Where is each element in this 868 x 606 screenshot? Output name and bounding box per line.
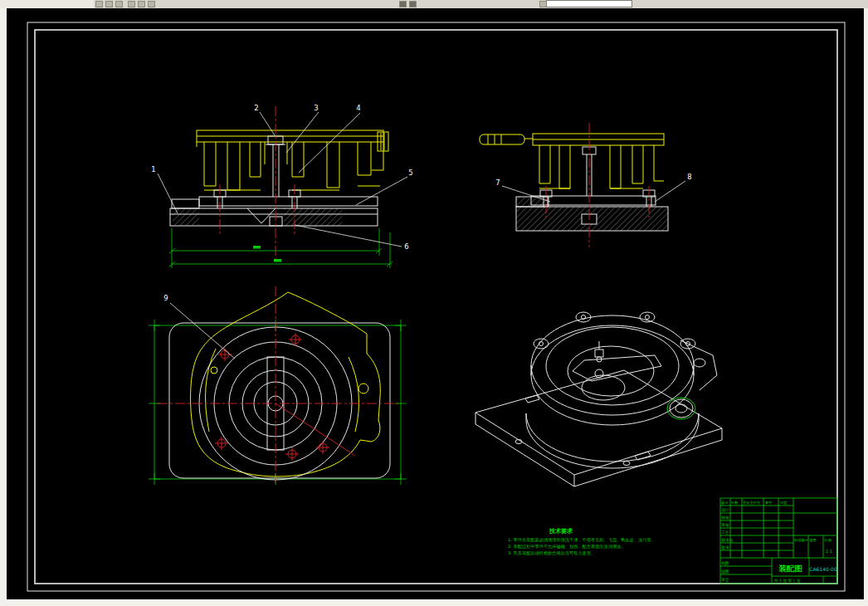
toolbar-icon[interactable]: [95, 1, 103, 7]
callout-7[interactable]: 7: [495, 178, 500, 187]
view-isometric[interactable]: [475, 312, 722, 486]
notes-title: 技术要求: [549, 527, 573, 535]
tb-sign-row: 标准化: [721, 538, 734, 543]
tb-sign-row: 工艺: [722, 530, 730, 535]
view-side-section[interactable]: 7 8: [480, 123, 692, 247]
view-plan[interactable]: 9: [149, 286, 407, 485]
tb-sign-row: 校核: [722, 516, 730, 520]
toolbar-icon[interactable]: [138, 1, 145, 7]
tb-bottom-row: 审定: [722, 578, 730, 583]
tb-sheet-info: 共 1 张 第 1 张: [774, 579, 801, 584]
notes-line: 2. 装配过程中零件不允许磕碰、划伤，配合表面应涂润滑油。: [508, 544, 625, 550]
toolbar-icon[interactable]: [128, 1, 135, 7]
tb-drawing-code: CA6140-00: [809, 566, 837, 572]
tb-stage-cell: 重量: [810, 538, 817, 542]
view-front-section[interactable]: 1 2 3 4 5 6: [151, 104, 412, 268]
callout-9[interactable]: 9: [163, 294, 168, 302]
tb-bottom-row: 描图: [721, 569, 729, 574]
toolbar-icon[interactable]: [409, 1, 417, 7]
notes-line: 1. 零件在装配前必须清理和清洗干净，不得有毛刺、飞边、氧化皮、油污等。: [508, 537, 656, 543]
toolbar-left-area: [0, 0, 94, 8]
toolbar-icon[interactable]: [399, 1, 407, 7]
tb-header-cell: 标记: [721, 501, 729, 506]
callout-1[interactable]: 1: [151, 165, 155, 173]
notes-line: 3. 夹具装配后须经检验合格后方可投入使用。: [508, 550, 595, 556]
tb-bottom-row: 制图: [722, 561, 729, 566]
toolbar: [0, 0, 868, 8]
tb-drawing-name: 装配图: [778, 564, 802, 573]
tb-stage-cell: 阶段标记: [794, 538, 809, 543]
tb-header-cell: 日期: [780, 501, 787, 505]
callout-3[interactable]: 3: [314, 104, 318, 112]
app-window: 1 2 3 4 5 6: [0, 0, 868, 606]
toolbar-icon[interactable]: [105, 1, 113, 7]
tb-scale-value: 1:1: [826, 549, 832, 554]
tech-notes[interactable]: 技术要求 1. 零件在装配前必须清理和清洗干净，不得有毛刺、飞边、氧化皮、油污等…: [508, 527, 656, 556]
tb-sign-row: 批准: [721, 545, 730, 550]
toolbar-icon[interactable]: [148, 1, 155, 7]
tb-header-cell: 更改文件号: [743, 501, 761, 505]
tb-header-cell: 处数: [731, 501, 739, 505]
tb-stage-cell: 比例: [825, 538, 831, 543]
callout-4[interactable]: 4: [356, 104, 360, 112]
tb-sign-row: 审核: [722, 523, 730, 527]
callout-2[interactable]: 2: [254, 104, 258, 112]
callout-8[interactable]: 8: [687, 173, 691, 181]
drawing-canvas[interactable]: 1 2 3 4 5 6: [7, 8, 864, 599]
callout-5[interactable]: 5: [408, 169, 412, 177]
tb-header-cell: 签字: [765, 501, 773, 505]
callout-6[interactable]: 6: [404, 242, 408, 251]
toolbar-combobox[interactable]: [546, 0, 632, 7]
title-block[interactable]: 标记 处数 更改文件号 签字 日期 设计 校核 审核 工艺 标准化 批准 阶段标…: [720, 498, 837, 584]
toolbar-icon[interactable]: [115, 1, 123, 7]
tb-sign-row: 设计: [722, 507, 730, 512]
